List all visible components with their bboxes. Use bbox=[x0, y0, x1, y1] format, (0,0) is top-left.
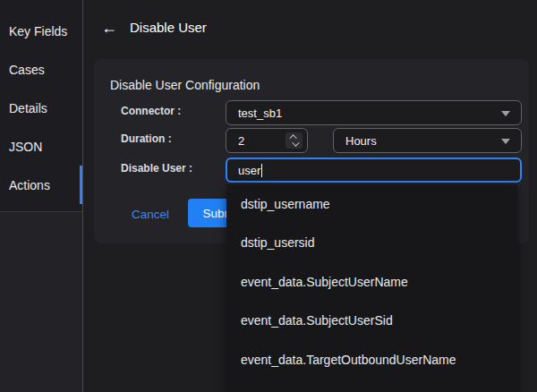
disable-user-value: user bbox=[238, 164, 260, 177]
app-window: Key Fields Cases Details JSON Actions ← … bbox=[0, 0, 537, 392]
back-arrow-icon[interactable]: ← bbox=[101, 18, 117, 38]
sidebar-divider bbox=[82, 0, 83, 392]
suggestion-item[interactable]: dstip_username bbox=[226, 184, 517, 224]
sidebar-item-json[interactable]: JSON bbox=[0, 127, 82, 166]
connector-value: test_sb1 bbox=[238, 107, 282, 120]
sidebar: Key Fields Cases Details JSON Actions bbox=[0, 0, 82, 392]
sidebar-item-label: Key Fields bbox=[9, 24, 67, 38]
disable-user-label: Disable User : bbox=[121, 162, 221, 175]
field-suggestion-dropdown: dstip_username dstip_usersid event_data.… bbox=[226, 184, 517, 392]
suggestion-item[interactable]: event_data.SubjectUserName bbox=[226, 262, 517, 302]
sidebar-item-cases[interactable]: Cases bbox=[0, 50, 82, 89]
page-title: Disable User bbox=[130, 20, 207, 35]
sidebar-item-key-fields[interactable]: Key Fields bbox=[0, 12, 82, 50]
sidebar-item-details[interactable]: Details bbox=[0, 89, 82, 127]
duration-value: 2 bbox=[238, 134, 244, 148]
suggestion-item[interactable]: dstip_usersid bbox=[226, 224, 517, 263]
disable-user-input[interactable]: user bbox=[226, 158, 522, 183]
sidebar-nav: Key Fields Cases Details JSON Actions bbox=[0, 0, 82, 212]
duration-unit-value: Hours bbox=[345, 134, 377, 148]
duration-label: Duration : bbox=[121, 132, 221, 145]
card-title: Disable User Configuration bbox=[110, 78, 260, 92]
chevron-down-icon bbox=[501, 139, 510, 144]
connector-select[interactable]: test_sb1 bbox=[226, 100, 522, 125]
stepper-arrows[interactable] bbox=[286, 132, 303, 149]
sidebar-item-label: JSON bbox=[9, 140, 42, 154]
chevron-down-icon bbox=[501, 111, 510, 116]
duration-stepper[interactable]: 2 bbox=[226, 128, 308, 153]
cancel-button[interactable]: Cancel bbox=[126, 204, 175, 224]
duration-unit-select[interactable]: Hours bbox=[333, 128, 522, 153]
sidebar-item-label: Cases bbox=[9, 63, 45, 77]
suggestion-item[interactable]: event_data.TargetOutboundUserName bbox=[226, 340, 517, 379]
sidebar-item-actions[interactable]: Actions bbox=[0, 166, 82, 204]
connector-label: Connector : bbox=[121, 105, 221, 117]
sidebar-item-label: Details bbox=[9, 101, 47, 115]
sidebar-item-label: Actions bbox=[9, 178, 50, 192]
text-cursor bbox=[261, 164, 262, 177]
suggestion-item[interactable]: event_data.SubjectUserSid bbox=[226, 302, 517, 341]
